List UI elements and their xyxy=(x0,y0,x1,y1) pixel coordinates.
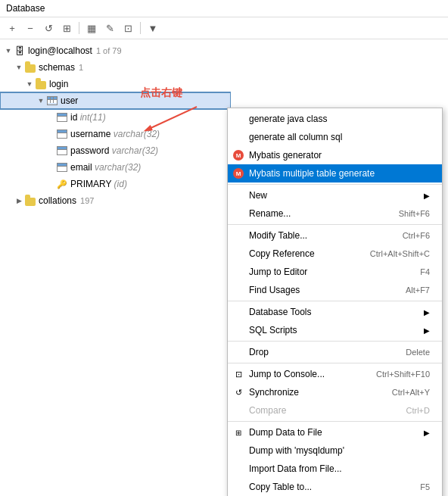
menu-item-rename[interactable]: Rename... Shift+F6 xyxy=(228,204,442,223)
toolbar-refresh-btn[interactable]: ↺ xyxy=(41,20,56,36)
toolbar-remove-btn[interactable]: − xyxy=(23,20,38,36)
tree-item-col-username[interactable]: username varchar(32) xyxy=(0,126,231,142)
menu-label-db-tools: Database Tools xyxy=(249,307,424,317)
primary-label: PRIMARY (id) xyxy=(70,179,127,189)
menu-item-find-usages[interactable]: Find Usages Alt+F7 xyxy=(228,281,442,299)
toolbar-schema-btn[interactable]: ⊞ xyxy=(59,20,74,36)
menu-item-dump-mysqldump[interactable]: Dump with 'mysqldump' xyxy=(228,441,442,460)
shortcut-compare: Ctrl+D xyxy=(406,406,430,415)
mybatis-icon-gen: M xyxy=(232,149,244,161)
menu-item-drop[interactable]: Drop Delete xyxy=(228,343,442,361)
menu-label-jump-console: Jump to Console... xyxy=(249,369,376,379)
shortcut-jump-editor: F4 xyxy=(420,267,430,276)
menu-label-jump-editor: Jump to Editor xyxy=(249,267,420,277)
table-icon-user xyxy=(46,95,58,107)
menu-item-gen-java[interactable]: generate java class xyxy=(228,110,442,128)
menu-item-dump-file[interactable]: ⊞ Dump Data to File ▶ xyxy=(228,423,442,441)
db-icon: 🗄 xyxy=(14,45,26,57)
col-icon-username xyxy=(56,128,68,140)
window-title: Database xyxy=(6,3,45,14)
tree-item-user[interactable]: user xyxy=(0,92,231,109)
key-icon-primary: 🔑 xyxy=(56,178,68,190)
menu-item-new[interactable]: New ▶ xyxy=(228,186,442,204)
menu-item-copy-ref[interactable]: Copy Reference Ctrl+Alt+Shift+C xyxy=(228,245,442,263)
dump-icon: ⊞ xyxy=(232,426,244,438)
arrow-user xyxy=(36,95,46,106)
col-password-label: password varchar(32) xyxy=(70,145,158,156)
main-panel: 🗄 login@localhost 1 of 79 schemas 1 logi… xyxy=(0,39,448,496)
menu-label-modify-table: Modify Table... xyxy=(249,230,403,241)
login-db-label: login xyxy=(49,79,68,89)
toolbar-filter-btn[interactable]: ▼ xyxy=(145,20,160,36)
menu-label-synchronize: Synchronize xyxy=(249,387,392,398)
menu-item-jump-editor[interactable]: Jump to Editor F4 xyxy=(228,263,442,281)
toolbar-add-btn[interactable]: + xyxy=(5,20,20,36)
toolbar-console-btn[interactable]: ⊡ xyxy=(120,20,135,36)
sync-icon: ↺ xyxy=(232,386,244,398)
tree-item-localhost[interactable]: 🗄 login@localhost 1 of 79 xyxy=(0,42,231,59)
folder-icon-schemas xyxy=(24,61,36,73)
menu-sep-4 xyxy=(228,341,442,342)
menu-item-gen-col-sql[interactable]: generate all column sql xyxy=(228,128,442,146)
shortcut-find-usages: Alt+F7 xyxy=(406,285,430,295)
submenu-arrow-db-tools: ▶ xyxy=(424,308,430,317)
menu-label-dump-file: Dump Data to File xyxy=(249,427,424,438)
menu-item-jump-console[interactable]: ⊡ Jump to Console... Ctrl+Shift+F10 xyxy=(228,365,442,383)
arrow-login xyxy=(24,79,35,89)
col-id-label: id int(11) xyxy=(70,112,106,123)
menu-label-new: New xyxy=(249,190,424,201)
toolbar-sep-1 xyxy=(79,22,79,34)
menu-item-sql-scripts[interactable]: SQL Scripts ▶ xyxy=(228,321,442,339)
folder-icon-login xyxy=(35,78,47,90)
menu-label-gen-java: generate java class xyxy=(249,114,430,124)
submenu-arrow-new: ▶ xyxy=(424,192,430,200)
menu-label-find-usages: Find Usages xyxy=(249,285,406,295)
tree-item-schemas[interactable]: schemas 1 xyxy=(0,59,231,76)
menu-item-mybatis-gen[interactable]: M Mybatis generator xyxy=(228,146,442,164)
tree-item-col-id[interactable]: id int(11) xyxy=(0,109,231,126)
submenu-arrow-dump: ▶ xyxy=(424,429,430,437)
shortcut-synchronize: Ctrl+Alt+Y xyxy=(392,388,430,397)
schemas-badge: 1 xyxy=(79,63,83,72)
shortcut-rename: Shift+F6 xyxy=(399,209,430,218)
menu-label-mybatis-gen: Mybatis generator xyxy=(249,150,430,161)
tree-item-col-email[interactable]: email varchar(32) xyxy=(0,159,231,176)
menu-item-compare: Compare Ctrl+D xyxy=(228,401,442,420)
context-menu: generate java class generate all column … xyxy=(227,108,443,496)
arrow-schemas xyxy=(14,62,24,73)
menu-item-synchronize[interactable]: ↺ Synchronize Ctrl+Alt+Y xyxy=(228,383,442,401)
submenu-arrow-sql-scripts: ▶ xyxy=(424,326,430,335)
menu-label-copy-table: Copy Table to... xyxy=(249,482,420,492)
shortcut-copy-table: F5 xyxy=(420,482,430,491)
col-icon-id xyxy=(56,111,68,123)
toolbar: + − ↺ ⊞ ▦ ✎ ⊡ ▼ xyxy=(0,17,448,39)
menu-label-drop: Drop xyxy=(249,347,406,357)
menu-item-import-file[interactable]: Import Data from File... xyxy=(228,460,442,478)
shortcut-modify: Ctrl+F6 xyxy=(403,231,430,240)
toolbar-edit-btn[interactable]: ✎ xyxy=(102,20,117,36)
menu-label-compare: Compare xyxy=(249,405,406,416)
localhost-badge: 1 of 79 xyxy=(96,46,122,55)
toolbar-sep-2 xyxy=(140,22,141,34)
tree-item-col-password[interactable]: password varchar(32) xyxy=(0,142,231,159)
console-icon: ⊡ xyxy=(232,368,244,380)
menu-item-copy-table[interactable]: Copy Table to... F5 xyxy=(228,478,442,496)
menu-label-rename: Rename... xyxy=(249,208,399,219)
menu-item-db-tools[interactable]: Database Tools ▶ xyxy=(228,303,442,321)
arrow-localhost xyxy=(3,45,14,56)
user-table-label: user xyxy=(61,95,78,106)
menu-sep-1 xyxy=(228,184,442,185)
shortcut-drop: Delete xyxy=(406,348,430,357)
tree-item-collations[interactable]: collations 197 xyxy=(0,192,231,209)
shortcut-copy-ref: Ctrl+Alt+Shift+C xyxy=(370,249,430,258)
tree-item-login-db[interactable]: login xyxy=(0,76,231,92)
menu-item-mybatis-multi[interactable]: M Mybatis multiple table generate xyxy=(228,164,442,182)
menu-label-import-file: Import Data from File... xyxy=(249,463,430,474)
menu-item-modify-table[interactable]: Modify Table... Ctrl+F6 xyxy=(228,226,442,245)
menu-label-dump-mysqldump: Dump with 'mysqldump' xyxy=(249,445,430,456)
menu-sep-6 xyxy=(228,421,442,422)
tree-item-primary[interactable]: 🔑 PRIMARY (id) xyxy=(0,176,231,192)
folder-icon-collations xyxy=(24,195,36,207)
mybatis-icon-multi: M xyxy=(232,167,244,179)
toolbar-grid-btn[interactable]: ▦ xyxy=(84,20,99,36)
